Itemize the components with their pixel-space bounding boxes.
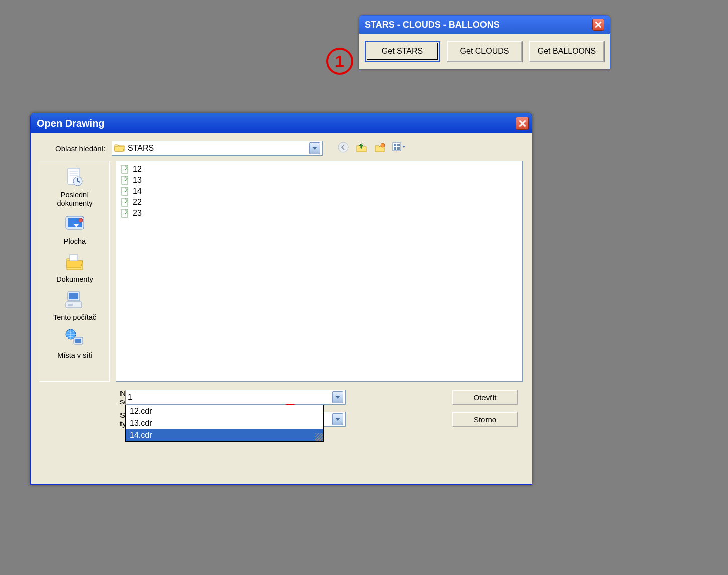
file-type-label: Soubory typu: bbox=[40, 411, 120, 428]
svg-rect-3 bbox=[394, 144, 396, 146]
list-item[interactable]: 22 bbox=[120, 197, 518, 208]
svg-rect-12 bbox=[70, 255, 78, 261]
up-one-level-icon[interactable] bbox=[356, 142, 367, 155]
dialog-titlebar[interactable]: Open Drawing bbox=[31, 113, 532, 133]
folder-open-icon bbox=[114, 143, 125, 154]
dialog-title: Open Drawing bbox=[37, 118, 105, 129]
svg-rect-16 bbox=[68, 304, 73, 306]
places-my-computer[interactable]: Tento počítač bbox=[53, 288, 96, 322]
file-list[interactable]: 12 13 14 22 23 bbox=[116, 161, 523, 382]
documents-icon bbox=[62, 250, 88, 274]
panel1-title: STARS - CLOUDS - BALLOONS bbox=[365, 20, 500, 30]
list-item[interactable]: 14 bbox=[120, 186, 518, 197]
views-menu-icon[interactable] bbox=[392, 142, 405, 155]
places-documents[interactable]: Dokumenty bbox=[56, 250, 93, 284]
recent-documents-icon bbox=[62, 165, 88, 189]
new-folder-icon[interactable] bbox=[374, 142, 385, 155]
svg-rect-5 bbox=[394, 147, 396, 150]
look-in-label: Oblast hledání: bbox=[40, 144, 106, 153]
list-item[interactable]: 14.cdr bbox=[126, 429, 323, 441]
list-item[interactable]: 23 bbox=[120, 208, 518, 219]
list-item[interactable]: 13 bbox=[120, 175, 518, 186]
list-item[interactable]: 12.cdr bbox=[126, 405, 323, 417]
caret-icon bbox=[133, 393, 133, 402]
svg-point-1 bbox=[381, 143, 385, 147]
open-drawing-dialog: Open Drawing Oblast hledání: STARS bbox=[30, 113, 532, 485]
look-in-value: STARS bbox=[128, 144, 154, 153]
my-computer-icon bbox=[62, 288, 88, 312]
chevron-down-icon[interactable] bbox=[332, 413, 343, 425]
file-name-autocomplete[interactable]: 12.cdr 13.cdr 14.cdr bbox=[125, 405, 324, 442]
panel1-titlebar[interactable]: STARS - CLOUDS - BALLOONS bbox=[359, 16, 610, 34]
places-desktop[interactable]: Plocha bbox=[62, 211, 88, 246]
svg-point-11 bbox=[79, 218, 83, 222]
places-recent[interactable]: Poslední dokumenty bbox=[42, 165, 107, 207]
places-network[interactable]: Místa v síti bbox=[57, 325, 92, 360]
list-item[interactable]: 13.cdr bbox=[126, 417, 323, 429]
look-in-combo[interactable]: STARS bbox=[112, 141, 323, 156]
close-icon[interactable] bbox=[516, 117, 529, 130]
network-places-icon bbox=[62, 325, 88, 350]
cancel-button[interactable]: Storno bbox=[452, 412, 518, 427]
svg-point-0 bbox=[338, 142, 348, 152]
get-clouds-button[interactable]: Get CLOUDS bbox=[447, 41, 522, 62]
resize-grip-icon[interactable] bbox=[315, 433, 323, 441]
file-name-label: Název souboru: bbox=[40, 389, 120, 406]
file-name-combo[interactable]: 1 bbox=[125, 390, 346, 405]
list-item[interactable]: 12 bbox=[120, 164, 518, 175]
get-stars-button[interactable]: Get STARS bbox=[365, 41, 440, 62]
close-icon[interactable] bbox=[592, 19, 604, 31]
svg-rect-19 bbox=[75, 339, 81, 343]
svg-rect-4 bbox=[397, 144, 400, 146]
svg-rect-14 bbox=[69, 293, 78, 299]
desktop-icon bbox=[62, 211, 88, 236]
annotation-callout-1: 1 bbox=[326, 48, 353, 75]
stars-clouds-balloons-panel: STARS - CLOUDS - BALLOONS Get STARS Get … bbox=[359, 15, 610, 69]
places-bar: Poslední dokumenty Plocha Dokumenty bbox=[40, 161, 110, 382]
get-balloons-button[interactable]: Get BALLOONS bbox=[529, 41, 604, 62]
svg-rect-6 bbox=[397, 147, 400, 150]
open-button[interactable]: Otevřít bbox=[452, 390, 518, 405]
back-icon[interactable] bbox=[338, 142, 349, 155]
chevron-down-icon[interactable] bbox=[309, 142, 320, 154]
chevron-down-icon[interactable] bbox=[332, 391, 343, 403]
file-name-value: 1 bbox=[128, 393, 132, 402]
